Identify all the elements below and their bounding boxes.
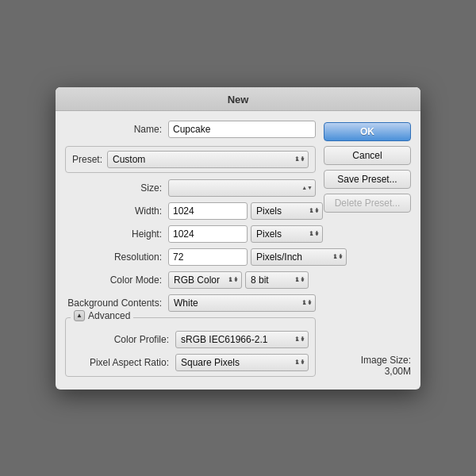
- bit-depth-wrapper: 8 bit 16 bit 32 bit ⬆⬇: [245, 271, 309, 289]
- dialog-title: New: [56, 87, 420, 111]
- height-label: Height:: [65, 228, 168, 240]
- resolution-unit-select[interactable]: Pixels/Inch Pixels/Centimeter: [251, 248, 347, 266]
- width-label: Width:: [65, 205, 168, 217]
- cancel-button[interactable]: Cancel: [324, 146, 411, 165]
- color-mode-control: RGB Color Grayscale CMYK Color ⬆⬇ 8 bit …: [168, 271, 316, 289]
- resolution-input[interactable]: [168, 248, 248, 266]
- preset-section: Preset: Custom ⬆⬇: [65, 146, 316, 173]
- background-label: Background Contents:: [65, 298, 168, 309]
- pixel-aspect-wrapper: Square Pixels ⬆⬇: [175, 354, 309, 371]
- color-mode-row: Color Mode: RGB Color Grayscale CMYK Col…: [65, 271, 316, 289]
- size-label: Size:: [65, 182, 168, 194]
- resolution-unit-wrapper: Pixels/Inch Pixels/Centimeter ⬆⬇: [251, 248, 347, 266]
- width-row: Width: Pixels Inches Centimeters ⬆⬇: [65, 202, 316, 220]
- delete-preset-button[interactable]: Delete Preset...: [324, 194, 411, 213]
- color-profile-control: sRGB IEC61966-2.1 ⬆⬇: [175, 331, 309, 348]
- advanced-label: Advanced: [88, 310, 130, 321]
- height-input[interactable]: [168, 225, 248, 243]
- advanced-rows: Color Profile: sRGB IEC61966-2.1 ⬆⬇: [72, 331, 309, 371]
- size-select[interactable]: [168, 179, 316, 197]
- resolution-label: Resolution:: [65, 251, 168, 263]
- background-wrapper: White Black Background Color Transparent…: [168, 294, 316, 312]
- background-select[interactable]: White Black Background Color Transparent: [168, 294, 316, 312]
- width-unit-wrapper: Pixels Inches Centimeters ⬆⬇: [251, 202, 323, 220]
- height-control: Pixels Inches Centimeters ⬆⬇: [168, 225, 323, 243]
- resolution-control: Pixels/Inch Pixels/Centimeter ⬆⬇: [168, 248, 347, 266]
- color-profile-label: Color Profile:: [72, 334, 175, 345]
- image-size-area: Image Size: 3,00M: [324, 355, 411, 377]
- name-row: Name:: [65, 121, 316, 138]
- bit-depth-select[interactable]: 8 bit 16 bit 32 bit: [245, 271, 309, 289]
- image-size-label: Image Size:: [324, 355, 411, 366]
- name-label: Name:: [65, 124, 168, 135]
- height-unit-wrapper: Pixels Inches Centimeters ⬆⬇: [251, 225, 323, 243]
- ok-button[interactable]: OK: [324, 122, 411, 141]
- height-row: Height: Pixels Inches Centimeters ⬆⬇: [65, 225, 316, 243]
- save-preset-button[interactable]: Save Preset...: [324, 170, 411, 189]
- background-row: Background Contents: White Black Backgro…: [65, 294, 316, 312]
- advanced-toggle[interactable]: ▲: [74, 310, 85, 321]
- form-area: Name: Preset: Custom ⬆⬇ Size:: [65, 121, 316, 377]
- color-profile-wrapper: sRGB IEC61966-2.1 ⬆⬇: [175, 331, 309, 348]
- width-input[interactable]: [168, 202, 248, 220]
- advanced-group: ▲ Advanced Color Profile: sRGB IEC61966-…: [65, 317, 316, 377]
- advanced-legend: ▲ Advanced: [71, 310, 133, 321]
- resolution-row: Resolution: Pixels/Inch Pixels/Centimete…: [65, 248, 316, 266]
- background-control: White Black Background Color Transparent…: [168, 294, 316, 312]
- size-select-wrapper: [168, 179, 316, 197]
- pixel-aspect-control: Square Pixels ⬆⬇: [175, 354, 309, 371]
- width-control: Pixels Inches Centimeters ⬆⬇: [168, 202, 323, 220]
- color-profile-row: Color Profile: sRGB IEC61966-2.1 ⬆⬇: [72, 331, 309, 348]
- name-input[interactable]: [168, 121, 316, 138]
- preset-label: Preset:: [72, 154, 102, 165]
- preset-select[interactable]: Custom: [107, 151, 309, 168]
- preset-select-wrapper: Custom ⬆⬇: [107, 151, 309, 168]
- color-mode-wrapper: RGB Color Grayscale CMYK Color ⬆⬇: [168, 271, 242, 289]
- image-size-value: 3,00M: [324, 366, 411, 377]
- color-mode-select[interactable]: RGB Color Grayscale CMYK Color: [168, 271, 242, 289]
- pixel-aspect-row: Pixel Aspect Ratio: Square Pixels ⬆⬇: [72, 354, 309, 371]
- pixel-aspect-select[interactable]: Square Pixels: [175, 354, 309, 371]
- size-row: Size:: [65, 179, 316, 197]
- width-unit-select[interactable]: Pixels Inches Centimeters: [251, 202, 323, 220]
- size-control: [168, 179, 316, 197]
- pixel-aspect-label: Pixel Aspect Ratio:: [72, 357, 175, 368]
- new-document-dialog: New Name: Preset: Custom ⬆⬇ Size:: [56, 87, 420, 390]
- color-profile-select[interactable]: sRGB IEC61966-2.1: [175, 331, 309, 348]
- color-mode-label: Color Mode:: [65, 274, 168, 286]
- height-unit-select[interactable]: Pixels Inches Centimeters: [251, 225, 323, 243]
